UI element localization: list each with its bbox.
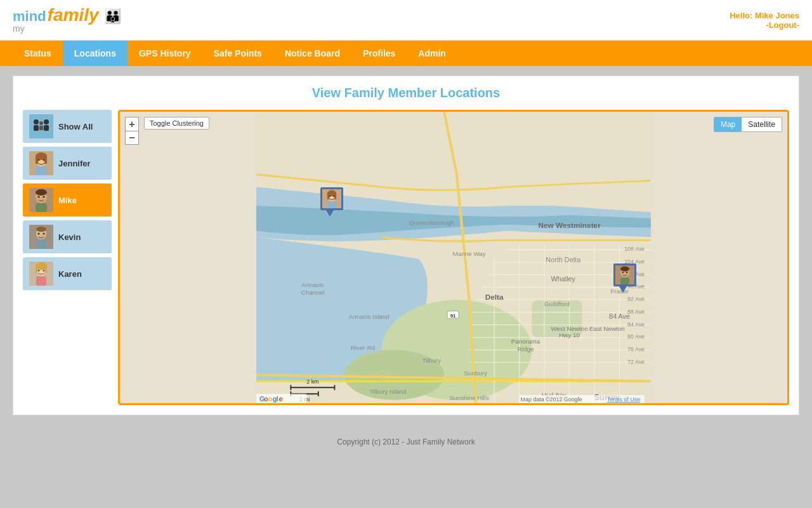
sidebar-item-mike[interactable]: Mike [23, 184, 112, 217]
svg-point-5 [39, 121, 43, 125]
svg-text:Panorama: Panorama [511, 338, 540, 345]
svg-point-116 [329, 196, 330, 197]
svg-text:84 Ave: 84 Ave [609, 312, 630, 320]
logout-link[interactable]: -Logout- [730, 20, 799, 30]
svg-text:Tilbury Island: Tilbury Island [369, 388, 406, 395]
svg-text:Channel: Channel [301, 289, 325, 296]
svg-text:72 Ave: 72 Ave [627, 359, 645, 365]
map-type-satellite-button[interactable]: Satellite [742, 117, 782, 131]
nav-status[interactable]: Status [13, 41, 63, 66]
nav-gps-history[interactable]: GPS History [128, 41, 202, 66]
svg-rect-14 [36, 166, 47, 175]
svg-text:Queensborough: Queensborough [409, 219, 454, 226]
jennifer-photo [29, 151, 53, 175]
map-type-map-button[interactable]: Map [714, 117, 742, 131]
logo: mind my family 👪 [13, 6, 121, 34]
map-background: 91 108 Ave 104 Ave 100 Ave 96 Ave 92 Ave… [120, 112, 787, 403]
svg-point-24 [38, 233, 40, 235]
svg-point-18 [38, 196, 40, 198]
svg-rect-118 [327, 201, 336, 208]
svg-rect-20 [36, 203, 47, 212]
svg-rect-6 [39, 126, 43, 130]
toggle-clustering-button[interactable]: Toggle Clustering [144, 117, 209, 130]
navigation: Status Locations GPS History Safe Points… [0, 41, 812, 66]
svg-text:Whalley: Whalley [551, 275, 575, 283]
svg-text:2 km: 2 km [306, 378, 318, 385]
svg-rect-30 [36, 266, 37, 273]
svg-text:New Westminster: New Westminster [538, 221, 601, 230]
jennifer-marker-avatar [320, 187, 343, 210]
svg-point-123 [626, 272, 627, 273]
svg-text:l: l [277, 395, 278, 403]
zoom-controls: + − [125, 117, 139, 145]
sidebar-item-jennifer[interactable]: Jennifer [23, 147, 112, 180]
nav-safe-points[interactable]: Safe Points [202, 41, 273, 66]
svg-text:Annacis: Annacis [301, 281, 324, 288]
show-all-icon [29, 114, 53, 138]
svg-rect-114 [327, 194, 329, 199]
karen-avatar [29, 262, 53, 286]
nav-locations[interactable]: Locations [63, 41, 128, 66]
svg-rect-11 [44, 156, 47, 164]
mike-map-marker[interactable] [613, 264, 639, 293]
svg-point-3 [44, 119, 49, 124]
header: mind my family 👪 Hello: Mike Jones -Logo… [0, 0, 812, 41]
svg-point-19 [43, 196, 45, 198]
svg-text:80 Ave: 80 Ave [627, 333, 645, 340]
svg-rect-4 [44, 125, 49, 131]
page-title: View Family Member Locations [23, 86, 789, 100]
show-all-avatar [29, 114, 53, 138]
sidebar-item-kevin[interactable]: Kevin [23, 220, 112, 253]
kevin-avatar [29, 225, 53, 249]
logo-my: my [13, 23, 25, 34]
svg-point-1 [34, 119, 39, 124]
svg-rect-26 [36, 239, 46, 249]
show-all-label: Show All [58, 122, 93, 131]
mike-marker-photo [615, 265, 634, 284]
nav-profiles[interactable]: Profiles [351, 41, 407, 66]
jennifer-marker-photo [322, 189, 341, 208]
svg-rect-34 [36, 276, 46, 286]
svg-point-17 [36, 189, 47, 196]
jennifer-map-marker[interactable] [320, 187, 346, 217]
svg-text:Marine Way: Marine Way [453, 250, 486, 257]
zoom-out-button[interactable]: − [125, 131, 139, 145]
nav-admin[interactable]: Admin [407, 41, 457, 66]
svg-text:Sunbury: Sunbury [464, 370, 487, 377]
svg-text:Hwy 10: Hwy 10 [559, 331, 580, 338]
jennifer-marker-tail [326, 210, 334, 217]
logo-mind: mind [13, 8, 46, 24]
app: mind my family 👪 Hello: Mike Jones -Logo… [0, 0, 812, 508]
karen-label: Karen [58, 269, 82, 279]
svg-text:River Rd: River Rd [351, 344, 375, 351]
main-content: View Family Member Locations [13, 76, 799, 415]
zoom-in-button[interactable]: + [125, 117, 139, 131]
svg-rect-115 [334, 194, 336, 199]
logo-family: family [48, 6, 99, 24]
svg-text:East Newton: East Newton [589, 325, 625, 332]
svg-point-117 [333, 196, 334, 197]
svg-point-23 [36, 227, 46, 232]
logo-text: mind my family 👪 [13, 6, 121, 34]
sidebar: Show All [23, 110, 112, 405]
sidebar-item-karen[interactable]: Karen [23, 257, 112, 290]
svg-point-121 [620, 266, 629, 271]
svg-point-12 [38, 159, 40, 161]
map-container[interactable]: 91 108 Ave 104 Ave 100 Ave 96 Ave 92 Ave… [118, 110, 789, 405]
svg-text:Guildford: Guildford [544, 300, 570, 307]
nav-notice-board[interactable]: Notice Board [273, 41, 351, 66]
mike-label: Mike [58, 196, 77, 205]
svg-point-33 [43, 270, 45, 272]
svg-text:92 Ave: 92 Ave [627, 296, 645, 302]
svg-text:e: e [279, 395, 283, 403]
svg-text:76 Ave: 76 Ave [627, 346, 645, 352]
svg-text:Delta: Delta [485, 293, 504, 302]
sidebar-item-show-all[interactable]: Show All [23, 110, 112, 143]
svg-text:Annacis Island: Annacis Island [349, 313, 390, 320]
footer: Copyright (c) 2012 - Just Family Network [0, 425, 812, 459]
user-greeting: Hello: Mike Jones -Logout- [730, 11, 799, 30]
svg-text:North Delta: North Delta [546, 256, 581, 264]
svg-point-32 [38, 270, 40, 272]
mike-photo [29, 188, 53, 212]
svg-rect-10 [36, 156, 38, 164]
